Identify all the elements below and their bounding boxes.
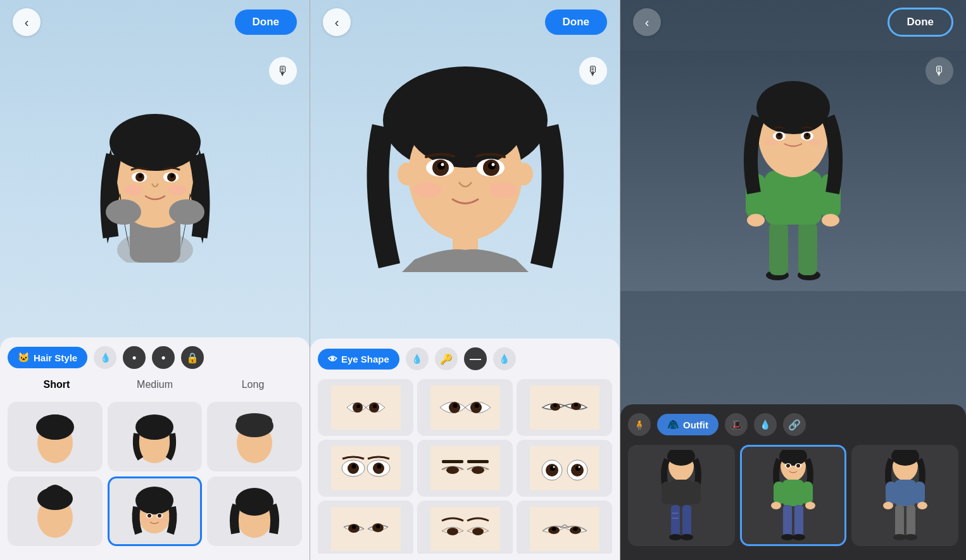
circle-icon-left: ● xyxy=(132,353,137,362)
hair-item-6[interactable] xyxy=(207,476,302,546)
chain-tab-right[interactable]: 🔗 xyxy=(783,413,806,436)
lock-icon-left: 🔒 xyxy=(186,352,199,364)
svg-rect-95 xyxy=(430,507,500,551)
svg-point-94 xyxy=(375,525,380,528)
eye-item-2[interactable] xyxy=(417,379,513,436)
hair-grid-left xyxy=(0,399,310,554)
svg-point-42 xyxy=(514,163,533,185)
svg-point-144 xyxy=(793,534,805,540)
mic-button-middle[interactable]: 🎙 xyxy=(579,57,607,85)
svg-point-32 xyxy=(147,514,151,518)
mic-icon-left: 🎙 xyxy=(277,64,289,78)
mic-button-right[interactable]: 🎙 xyxy=(925,57,953,85)
svg-rect-129 xyxy=(682,505,691,537)
eye-item-6[interactable] xyxy=(517,440,612,497)
outfit-item-2[interactable] xyxy=(740,445,847,546)
svg-point-88 xyxy=(553,466,555,468)
drop2-icon-middle: 💧 xyxy=(499,354,510,364)
svg-point-139 xyxy=(771,502,781,509)
mic-button-left[interactable]: 🎙 xyxy=(269,57,297,85)
back-button-left[interactable]: ‹ xyxy=(13,8,41,36)
bottom-panel-right: 🧍 🧥 Outfit 🎩 💧 🔗 xyxy=(620,404,966,560)
svg-point-78 xyxy=(472,466,484,474)
hair-item-5[interactable] xyxy=(108,476,203,546)
outfit-item-1[interactable] xyxy=(628,445,735,546)
key-tab-middle[interactable]: 🔑 xyxy=(435,347,458,370)
done-button-right[interactable]: Done xyxy=(888,8,954,37)
avatar-area-right xyxy=(620,51,966,291)
svg-point-9 xyxy=(139,174,142,178)
eye-item-7[interactable] xyxy=(318,501,413,554)
line-tab-middle[interactable]: — xyxy=(464,347,487,370)
eye-item-1[interactable] xyxy=(318,379,413,436)
hair-style-icon: 🐱 xyxy=(18,352,30,363)
eye-scroll xyxy=(310,376,620,554)
hair-item-1[interactable] xyxy=(8,402,103,471)
lock-tab-left[interactable]: 🔒 xyxy=(181,346,204,369)
eye-shape-tab[interactable]: 👁 Eye Shape xyxy=(318,349,399,370)
svg-point-133 xyxy=(681,534,693,540)
back-button-right[interactable]: ‹ xyxy=(633,8,661,36)
eye-item-5[interactable] xyxy=(417,440,513,497)
svg-point-19 xyxy=(135,414,173,440)
hair-style-label: Hair Style xyxy=(34,352,77,363)
style2-tab-left[interactable]: ● xyxy=(152,346,175,369)
back-button-middle[interactable]: ‹ xyxy=(323,8,351,36)
color-tab-left[interactable]: 💧 xyxy=(94,346,116,369)
svg-rect-80 xyxy=(467,460,489,463)
svg-point-52 xyxy=(489,182,517,197)
hair-item-4[interactable] xyxy=(8,476,103,546)
svg-rect-152 xyxy=(886,482,896,504)
hair-item-2[interactable] xyxy=(108,402,203,471)
avatar-middle xyxy=(364,57,567,272)
category-tabs-right: 🧍 🧥 Outfit 🎩 💧 🔗 xyxy=(620,404,966,442)
person-tab-right[interactable]: 🧍 xyxy=(628,413,651,436)
svg-rect-156 xyxy=(895,505,904,537)
svg-rect-106 xyxy=(798,221,817,275)
shape-tab-left[interactable]: ● xyxy=(123,346,146,369)
outfit-item-3[interactable] xyxy=(851,445,958,546)
svg-point-58 xyxy=(373,404,377,408)
svg-point-97 xyxy=(472,528,484,535)
svg-rect-125 xyxy=(670,480,692,506)
svg-rect-136 xyxy=(782,480,804,506)
svg-rect-81 xyxy=(530,446,599,490)
svg-point-4 xyxy=(110,114,201,171)
svg-point-74 xyxy=(351,464,356,469)
svg-point-49 xyxy=(441,163,444,166)
eye-item-3[interactable] xyxy=(517,379,612,436)
svg-rect-76 xyxy=(430,446,500,490)
top-bar-right: ‹ Done xyxy=(620,0,966,44)
drop-tab-right[interactable]: 💧 xyxy=(754,413,777,436)
long-tab[interactable]: Long xyxy=(204,375,302,394)
outfit-tab[interactable]: 🧥 Outfit xyxy=(657,414,718,435)
hair-item-3[interactable] xyxy=(207,402,302,471)
hair-style-tab[interactable]: 🐱 Hair Style xyxy=(8,347,87,368)
svg-point-75 xyxy=(377,464,381,469)
drop2-tab-middle[interactable]: 💧 xyxy=(493,347,516,370)
color-tab-middle[interactable]: 💧 xyxy=(406,347,429,370)
svg-rect-105 xyxy=(769,221,788,275)
svg-point-132 xyxy=(669,534,682,540)
eye-item-4[interactable] xyxy=(318,440,413,497)
svg-point-67 xyxy=(553,404,557,408)
done-button-left[interactable]: Done xyxy=(235,9,298,35)
done-button-middle[interactable]: Done xyxy=(545,9,608,35)
svg-point-93 xyxy=(351,525,356,529)
eye-icon: 👁 xyxy=(328,354,337,364)
svg-point-10 xyxy=(170,174,174,178)
eye-item-8[interactable] xyxy=(417,501,513,554)
avatar-area-left xyxy=(0,44,310,285)
svg-point-119 xyxy=(778,134,781,136)
panel-left: ‹ Done 🎙 xyxy=(0,0,310,560)
svg-point-77 xyxy=(446,466,459,474)
person-icon-right: 🧍 xyxy=(633,419,646,431)
hat-tab-right[interactable]: 🎩 xyxy=(725,413,748,436)
medium-tab[interactable]: Medium xyxy=(106,375,204,394)
chain-icon-right: 🔗 xyxy=(788,419,801,431)
svg-point-33 xyxy=(158,514,161,518)
eye-item-9[interactable] xyxy=(517,501,612,554)
short-tab[interactable]: Short xyxy=(8,375,106,394)
top-bar-middle: ‹ Done xyxy=(310,0,620,44)
svg-point-154 xyxy=(883,502,893,509)
